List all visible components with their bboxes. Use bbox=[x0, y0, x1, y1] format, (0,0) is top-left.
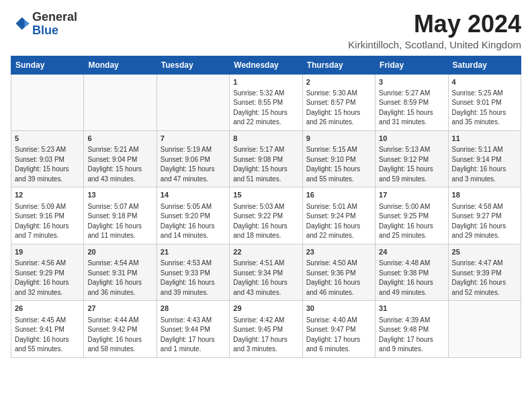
cell-w0-d6: 4Sunrise: 5:25 AM Sunset: 9:01 PM Daylig… bbox=[448, 74, 521, 130]
day-number-1: 1 bbox=[233, 77, 298, 87]
day-info-15: Sunrise: 5:03 AM Sunset: 9:22 PM Dayligh… bbox=[233, 202, 298, 241]
day-info-22: Sunrise: 4:51 AM Sunset: 9:34 PM Dayligh… bbox=[233, 259, 298, 298]
day-info-25: Sunrise: 4:47 AM Sunset: 9:39 PM Dayligh… bbox=[452, 259, 517, 298]
day-info-11: Sunrise: 5:11 AM Sunset: 9:14 PM Dayligh… bbox=[452, 145, 517, 184]
logo: General Blue bbox=[11, 11, 77, 38]
day-number-8: 8 bbox=[233, 134, 298, 144]
day-info-10: Sunrise: 5:13 AM Sunset: 9:12 PM Dayligh… bbox=[379, 145, 444, 184]
cell-w2-d0: 12Sunrise: 5:09 AM Sunset: 9:16 PM Dayli… bbox=[11, 187, 84, 244]
day-number-22: 22 bbox=[233, 247, 298, 257]
day-info-6: Sunrise: 5:21 AM Sunset: 9:04 PM Dayligh… bbox=[87, 145, 152, 184]
day-info-19: Sunrise: 4:56 AM Sunset: 9:29 PM Dayligh… bbox=[15, 259, 80, 298]
day-info-20: Sunrise: 4:54 AM Sunset: 9:31 PM Dayligh… bbox=[87, 259, 152, 298]
day-number-30: 30 bbox=[306, 304, 371, 314]
cell-w4-d1: 27Sunrise: 4:44 AM Sunset: 9:42 PM Dayli… bbox=[84, 301, 157, 357]
logo-text: General Blue bbox=[32, 11, 77, 38]
cell-w1-d2: 7Sunrise: 5:19 AM Sunset: 9:06 PM Daylig… bbox=[157, 130, 229, 187]
day-number-10: 10 bbox=[379, 134, 444, 144]
cell-w4-d0: 26Sunrise: 4:45 AM Sunset: 9:41 PM Dayli… bbox=[11, 301, 84, 357]
cell-w3-d0: 19Sunrise: 4:56 AM Sunset: 9:29 PM Dayli… bbox=[11, 244, 84, 300]
week-row-0: 1Sunrise: 5:32 AM Sunset: 8:55 PM Daylig… bbox=[11, 74, 521, 130]
day-number-24: 24 bbox=[379, 247, 444, 257]
day-info-1: Sunrise: 5:32 AM Sunset: 8:55 PM Dayligh… bbox=[233, 89, 298, 128]
title-block: May 2024 Kirkintilloch, Scotland, United… bbox=[348, 11, 521, 50]
cell-w1-d0: 5Sunrise: 5:23 AM Sunset: 9:03 PM Daylig… bbox=[11, 130, 84, 187]
day-info-4: Sunrise: 5:25 AM Sunset: 9:01 PM Dayligh… bbox=[452, 89, 517, 128]
cell-w4-d3: 29Sunrise: 4:42 AM Sunset: 9:45 PM Dayli… bbox=[230, 301, 302, 357]
day-number-18: 18 bbox=[452, 190, 517, 200]
col-thursday: Thursday bbox=[302, 56, 375, 74]
day-number-9: 9 bbox=[306, 134, 371, 144]
cell-w2-d5: 17Sunrise: 5:00 AM Sunset: 9:25 PM Dayli… bbox=[375, 187, 448, 244]
cell-w1-d1: 6Sunrise: 5:21 AM Sunset: 9:04 PM Daylig… bbox=[84, 130, 157, 187]
day-info-13: Sunrise: 5:07 AM Sunset: 9:18 PM Dayligh… bbox=[87, 202, 152, 241]
day-info-2: Sunrise: 5:30 AM Sunset: 8:57 PM Dayligh… bbox=[306, 89, 371, 128]
cell-w0-d1 bbox=[84, 74, 157, 130]
day-info-18: Sunrise: 4:58 AM Sunset: 9:27 PM Dayligh… bbox=[452, 202, 517, 241]
cell-w0-d5: 3Sunrise: 5:27 AM Sunset: 8:59 PM Daylig… bbox=[375, 74, 448, 130]
cell-w2-d6: 18Sunrise: 4:58 AM Sunset: 9:27 PM Dayli… bbox=[448, 187, 521, 244]
cell-w2-d1: 13Sunrise: 5:07 AM Sunset: 9:18 PM Dayli… bbox=[84, 187, 157, 244]
page-container: General Blue May 2024 Kirkintilloch, Sco… bbox=[11, 11, 521, 358]
calendar-header-row: Sunday Monday Tuesday Wednesday Thursday… bbox=[11, 56, 521, 74]
day-info-8: Sunrise: 5:17 AM Sunset: 9:08 PM Dayligh… bbox=[233, 145, 298, 184]
day-info-24: Sunrise: 4:48 AM Sunset: 9:38 PM Dayligh… bbox=[379, 259, 444, 298]
day-number-31: 31 bbox=[379, 304, 444, 314]
day-number-2: 2 bbox=[306, 77, 371, 87]
cell-w1-d6: 11Sunrise: 5:11 AM Sunset: 9:14 PM Dayli… bbox=[448, 130, 521, 187]
cell-w3-d6: 25Sunrise: 4:47 AM Sunset: 9:39 PM Dayli… bbox=[448, 244, 521, 300]
day-number-19: 19 bbox=[15, 247, 80, 257]
week-row-2: 12Sunrise: 5:09 AM Sunset: 9:16 PM Dayli… bbox=[11, 187, 521, 244]
cell-w0-d2 bbox=[157, 74, 229, 130]
cell-w2-d3: 15Sunrise: 5:03 AM Sunset: 9:22 PM Dayli… bbox=[230, 187, 302, 244]
day-info-5: Sunrise: 5:23 AM Sunset: 9:03 PM Dayligh… bbox=[15, 145, 80, 184]
col-wednesday: Wednesday bbox=[230, 56, 302, 74]
cell-w3-d3: 22Sunrise: 4:51 AM Sunset: 9:34 PM Dayli… bbox=[230, 244, 302, 300]
day-info-31: Sunrise: 4:39 AM Sunset: 9:48 PM Dayligh… bbox=[379, 316, 444, 355]
day-number-3: 3 bbox=[379, 77, 444, 87]
day-number-4: 4 bbox=[452, 77, 517, 87]
day-info-27: Sunrise: 4:44 AM Sunset: 9:42 PM Dayligh… bbox=[87, 316, 152, 355]
day-number-5: 5 bbox=[15, 134, 80, 144]
col-saturday: Saturday bbox=[448, 56, 521, 74]
week-row-3: 19Sunrise: 4:56 AM Sunset: 9:29 PM Dayli… bbox=[11, 244, 521, 300]
col-monday: Monday bbox=[84, 56, 157, 74]
location: Kirkintilloch, Scotland, United Kingdom bbox=[348, 39, 521, 50]
day-info-21: Sunrise: 4:53 AM Sunset: 9:33 PM Dayligh… bbox=[161, 259, 226, 298]
cell-w2-d4: 16Sunrise: 5:01 AM Sunset: 9:24 PM Dayli… bbox=[302, 187, 375, 244]
day-number-23: 23 bbox=[306, 247, 371, 257]
logo-icon bbox=[11, 15, 30, 34]
day-info-12: Sunrise: 5:09 AM Sunset: 9:16 PM Dayligh… bbox=[15, 202, 80, 241]
cell-w4-d6 bbox=[448, 301, 521, 357]
logo-blue: Blue bbox=[32, 24, 58, 37]
day-info-3: Sunrise: 5:27 AM Sunset: 8:59 PM Dayligh… bbox=[379, 89, 444, 128]
week-row-4: 26Sunrise: 4:45 AM Sunset: 9:41 PM Dayli… bbox=[11, 301, 521, 357]
day-number-7: 7 bbox=[161, 134, 226, 144]
day-number-6: 6 bbox=[87, 134, 152, 144]
day-info-7: Sunrise: 5:19 AM Sunset: 9:06 PM Dayligh… bbox=[161, 145, 226, 184]
day-number-29: 29 bbox=[233, 304, 298, 314]
day-number-15: 15 bbox=[233, 190, 298, 200]
day-info-9: Sunrise: 5:15 AM Sunset: 9:10 PM Dayligh… bbox=[306, 145, 371, 184]
day-info-29: Sunrise: 4:42 AM Sunset: 9:45 PM Dayligh… bbox=[233, 316, 298, 355]
cell-w1-d3: 8Sunrise: 5:17 AM Sunset: 9:08 PM Daylig… bbox=[230, 130, 302, 187]
cell-w4-d4: 30Sunrise: 4:40 AM Sunset: 9:47 PM Dayli… bbox=[302, 301, 375, 357]
calendar-table: Sunday Monday Tuesday Wednesday Thursday… bbox=[11, 56, 521, 358]
cell-w1-d4: 9Sunrise: 5:15 AM Sunset: 9:10 PM Daylig… bbox=[302, 130, 375, 187]
day-number-14: 14 bbox=[161, 190, 226, 200]
day-info-30: Sunrise: 4:40 AM Sunset: 9:47 PM Dayligh… bbox=[306, 316, 371, 355]
cell-w3-d2: 21Sunrise: 4:53 AM Sunset: 9:33 PM Dayli… bbox=[157, 244, 229, 300]
day-number-13: 13 bbox=[87, 190, 152, 200]
cell-w2-d2: 14Sunrise: 5:05 AM Sunset: 9:20 PM Dayli… bbox=[157, 187, 229, 244]
day-number-17: 17 bbox=[379, 190, 444, 200]
day-number-27: 27 bbox=[87, 304, 152, 314]
cell-w1-d5: 10Sunrise: 5:13 AM Sunset: 9:12 PM Dayli… bbox=[375, 130, 448, 187]
cell-w0-d0 bbox=[11, 74, 84, 130]
day-number-16: 16 bbox=[306, 190, 371, 200]
svg-marker-1 bbox=[25, 19, 30, 27]
day-info-14: Sunrise: 5:05 AM Sunset: 9:20 PM Dayligh… bbox=[161, 202, 226, 241]
col-tuesday: Tuesday bbox=[157, 56, 229, 74]
cell-w4-d5: 31Sunrise: 4:39 AM Sunset: 9:48 PM Dayli… bbox=[375, 301, 448, 357]
logo-general: General bbox=[32, 10, 77, 24]
cell-w3-d5: 24Sunrise: 4:48 AM Sunset: 9:38 PM Dayli… bbox=[375, 244, 448, 300]
